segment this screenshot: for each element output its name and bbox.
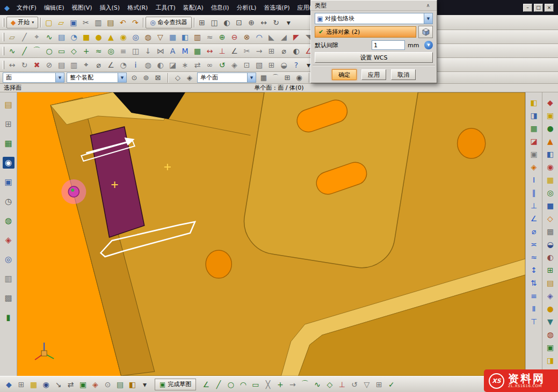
highlight-icon[interactable]: ⊙: [129, 72, 140, 83]
angular-dim-icon[interactable]: ∠: [528, 213, 540, 224]
sphere-icon[interactable]: ◉: [118, 31, 129, 42]
toolbar-grip[interactable]: [3, 47, 4, 55]
datum-csys-icon[interactable]: ⌖: [31, 31, 42, 42]
web-browser-icon[interactable]: ◍: [3, 215, 15, 227]
intersect-icon[interactable]: ⊗: [241, 31, 252, 42]
point-icon[interactable]: +: [81, 45, 92, 56]
clip-section-icon[interactable]: ▧: [253, 59, 265, 70]
information-icon[interactable]: i: [130, 59, 141, 70]
restore-button[interactable]: □: [534, 4, 543, 12]
constraint-navigator-icon[interactable]: ⊞: [3, 118, 15, 130]
deviation-icon[interactable]: ◔: [118, 59, 129, 70]
quick-extend-icon[interactable]: →: [253, 45, 265, 56]
measure-angle-icon[interactable]: ∠: [105, 59, 117, 70]
sketch-tri-icon[interactable]: ▽: [361, 379, 372, 390]
object-display-icon[interactable]: ◉: [40, 379, 52, 390]
redo-icon[interactable]: ↷: [129, 17, 141, 28]
list-icon[interactable]: ▤: [114, 379, 126, 390]
sketch-arc-icon[interactable]: ◠: [237, 379, 249, 390]
sketch-line-icon[interactable]: ╱: [213, 379, 224, 390]
surface-icon[interactable]: ▦: [528, 122, 540, 134]
fit-view-icon[interactable]: ⊡: [234, 17, 245, 28]
grid-icon[interactable]: ⊞: [266, 59, 277, 70]
window-icon[interactable]: ⊞: [197, 17, 208, 28]
sketch-cross-icon[interactable]: ╳: [262, 379, 273, 390]
scope-select[interactable]: 整个装配 ▼: [67, 72, 127, 83]
dialog-title-bar[interactable]: 类型 ∧: [311, 1, 437, 11]
block-icon[interactable]: ■: [81, 31, 92, 42]
new-file-icon[interactable]: ▢: [43, 17, 54, 28]
start-button[interactable]: ◆ 开始 ▾: [6, 17, 38, 28]
face-analysis-icon[interactable]: ◧: [528, 97, 540, 108]
assembly-navigator-icon[interactable]: ▤: [3, 99, 15, 111]
sketch-rect-icon[interactable]: ▭: [250, 379, 261, 390]
color-filter-icon[interactable]: ◈: [184, 72, 195, 83]
ellipse-icon[interactable]: ◎: [105, 45, 117, 56]
render-style-icon[interactable]: ◐: [155, 59, 166, 70]
right-tool-icon[interactable]: ◍: [545, 329, 556, 340]
tangent-faces-icon[interactable]: ⌒: [270, 72, 281, 83]
close-button[interactable]: ×: [545, 4, 554, 12]
right-tool-icon[interactable]: ▦: [545, 174, 556, 185]
grid-snap-icon[interactable]: ⊞: [16, 379, 27, 390]
chevron-down-icon[interactable]: ▼: [424, 13, 432, 24]
clearance-unit[interactable]: mm: [408, 42, 422, 49]
pocket-icon[interactable]: ▽: [155, 31, 166, 42]
right-tool-icon[interactable]: ▼: [545, 316, 556, 327]
inside-only-icon[interactable]: ⊚: [141, 72, 151, 83]
menu-format[interactable]: 格式(R): [124, 2, 151, 13]
move-icon[interactable]: ↘: [53, 379, 64, 390]
interpart-link-icon[interactable]: ∞: [204, 59, 215, 70]
curve-analysis-icon[interactable]: ◨: [528, 110, 540, 121]
roles-icon[interactable]: ▥: [3, 273, 15, 285]
sketch-arrow-icon[interactable]: →: [287, 379, 298, 390]
right-tool-icon[interactable]: ▲: [545, 135, 556, 147]
unit-spinner-icon[interactable]: ▼: [424, 41, 433, 49]
cascade-icon[interactable]: ◫: [209, 17, 220, 28]
circle-icon[interactable]: ○: [44, 45, 55, 56]
shaded-view-icon[interactable]: ◐: [221, 17, 233, 28]
ordinate-dim-icon[interactable]: ⇅: [528, 277, 540, 288]
sketch-polygon-icon[interactable]: ◇: [324, 379, 335, 390]
sketch-undo-icon[interactable]: ↺: [349, 379, 360, 390]
help-icon[interactable]: ?: [291, 59, 302, 70]
layer-settings-icon[interactable]: ▤: [56, 59, 67, 70]
profile-icon[interactable]: ∿: [6, 45, 18, 56]
touch-mode-icon[interactable]: ▮: [3, 311, 15, 323]
manufacturing-wizard-icon[interactable]: ◎: [3, 253, 15, 265]
sketch-grid-icon[interactable]: ⊞: [373, 379, 385, 390]
center-icon[interactable]: ⊙: [102, 379, 113, 390]
perpendicular-dim-icon[interactable]: ⊥: [528, 200, 540, 211]
right-tool-icon[interactable]: ◒: [545, 238, 556, 250]
menu-edit[interactable]: 编辑(E): [40, 2, 68, 13]
polygon-icon[interactable]: ◇: [68, 45, 79, 56]
boundary-icon[interactable]: ◍: [142, 59, 154, 70]
menu-view[interactable]: 视图(V): [68, 2, 96, 13]
datum-plane-icon[interactable]: ▱: [6, 31, 18, 42]
toolbar-grip[interactable]: [3, 18, 4, 27]
toolbar-grip[interactable]: [3, 33, 4, 41]
approx-dim-icon[interactable]: ≈: [528, 251, 540, 263]
line-icon[interactable]: ╱: [19, 45, 30, 56]
right-tool-icon[interactable]: ⊞: [545, 264, 556, 275]
mirror-curve-icon[interactable]: ◫: [130, 45, 141, 56]
minimize-button[interactable]: –: [523, 4, 532, 12]
set-wcs-button[interactable]: 设置 WCS: [315, 52, 433, 63]
copy-icon[interactable]: ▥: [92, 17, 104, 28]
thread-icon[interactable]: ≈: [204, 31, 215, 42]
customize-icon[interactable]: ◈: [229, 59, 240, 70]
constraints-icon[interactable]: ⊥: [216, 45, 228, 56]
paste-icon[interactable]: ▤: [105, 17, 116, 28]
measure-distance-icon[interactable]: ⌀: [93, 59, 104, 70]
project-curve-icon[interactable]: ↓: [142, 45, 154, 56]
symmetry-dim-icon[interactable]: ≡: [528, 290, 540, 301]
radial-dim-icon[interactable]: ◐: [291, 45, 302, 56]
boss-icon[interactable]: ◍: [142, 31, 154, 42]
command-finder-button[interactable]: ◎ 命令查找器: [146, 17, 191, 28]
section-view-icon[interactable]: ◪: [167, 59, 178, 70]
parallel-dim-icon[interactable]: ∥: [528, 187, 540, 198]
round-hole-2[interactable]: [206, 250, 231, 278]
right-tool-icon[interactable]: ▣: [545, 342, 556, 353]
sketch-spline-icon[interactable]: ∿: [311, 379, 323, 390]
right-tool-icon[interactable]: ◐: [545, 251, 556, 263]
